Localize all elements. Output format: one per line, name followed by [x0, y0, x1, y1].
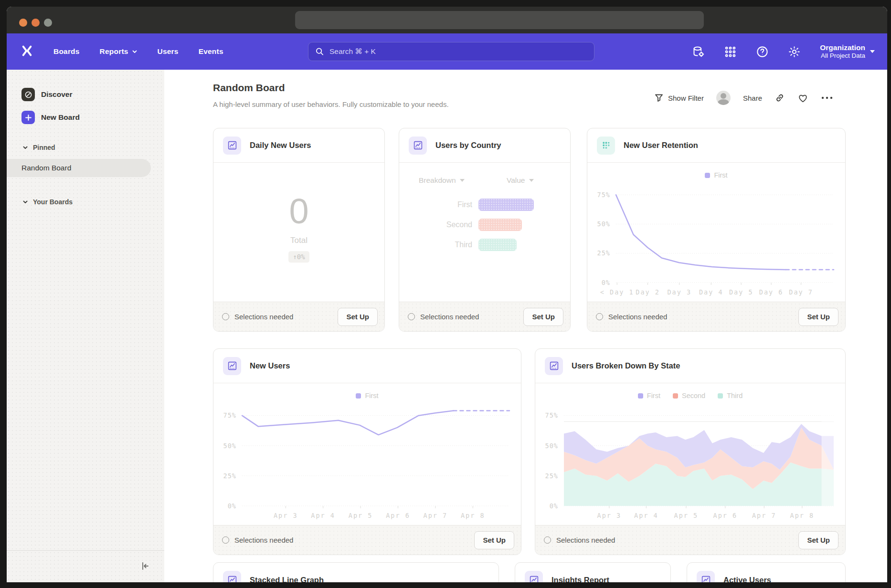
- copy-link-button[interactable]: [774, 93, 785, 103]
- filter-funnel-icon: [654, 93, 664, 103]
- data-management-icon[interactable]: [692, 45, 705, 58]
- global-search[interactable]: [308, 42, 594, 61]
- value-bar: [478, 239, 517, 251]
- svg-text:Apr 7: Apr 7: [424, 512, 448, 519]
- show-filter-button[interactable]: Show Filter: [654, 93, 704, 103]
- discover-compass-icon: [21, 88, 35, 101]
- window-controls[interactable]: [19, 19, 52, 27]
- svg-text:0%: 0%: [602, 279, 610, 286]
- browser-window: Boards Reports Users Events: [7, 7, 887, 582]
- set-up-button[interactable]: Set Up: [523, 308, 563, 326]
- avatar[interactable]: [716, 91, 731, 105]
- metric-label: Total: [213, 236, 384, 245]
- board-toolbar: Show Filter Share: [654, 91, 833, 105]
- chevron-down-icon: [132, 49, 138, 54]
- nav-item-reports[interactable]: Reports: [100, 47, 138, 56]
- table-row: Second: [399, 219, 522, 231]
- legend-swatch: [705, 173, 710, 178]
- svg-text:25%: 25%: [597, 249, 610, 257]
- status-circle-icon: [596, 313, 603, 320]
- card-title: Users Broken Down By State: [572, 361, 680, 370]
- address-bar[interactable]: [295, 11, 704, 29]
- sidebar-item-random-board[interactable]: Random Board: [7, 159, 151, 177]
- svg-text:Apr 3: Apr 3: [274, 512, 298, 519]
- svg-text:75%: 75%: [223, 411, 236, 419]
- sidebar-section-pinned[interactable]: Pinned: [22, 144, 55, 151]
- svg-text:50%: 50%: [545, 442, 558, 450]
- svg-text:25%: 25%: [545, 472, 558, 480]
- metric-value: 0: [213, 194, 384, 229]
- heart-icon: [797, 93, 808, 104]
- card-new-user-retention: New User Retention First 75%50%25%0%< Da…: [587, 128, 846, 332]
- card-active-users: Active Users: [687, 562, 846, 582]
- top-nav: Boards Reports Users Events: [7, 33, 887, 70]
- zoom-window-button[interactable]: [44, 19, 52, 27]
- stacked-area-chart: 75%50%25%0%Apr 3Apr 4Apr 5Apr 6Apr 7Apr …: [535, 400, 845, 525]
- svg-text:Apr 5: Apr 5: [674, 512, 699, 519]
- svg-text:Apr 6: Apr 6: [713, 512, 738, 519]
- svg-text:Apr 7: Apr 7: [752, 512, 776, 519]
- favorite-button[interactable]: [797, 93, 808, 104]
- card-daily-new-users: Daily New Users 0 Total ↑0% Selections n…: [213, 128, 385, 332]
- sidebar-item-new-board[interactable]: New Board: [21, 111, 80, 124]
- line-chart-icon: [409, 136, 427, 155]
- table-row: Third: [399, 239, 517, 251]
- svg-text:75%: 75%: [545, 411, 558, 419]
- chevron-down-icon: [22, 145, 28, 150]
- set-up-button[interactable]: Set Up: [798, 531, 838, 549]
- status-text: Selections needed: [420, 313, 518, 321]
- card-users-by-state: Users Broken Down By State First Second …: [535, 348, 846, 555]
- more-options-button[interactable]: [821, 95, 833, 100]
- nav-item-users[interactable]: Users: [158, 47, 179, 56]
- nav-item-events[interactable]: Events: [199, 47, 223, 56]
- legend-swatch: [356, 393, 361, 399]
- svg-text:Apr 3: Apr 3: [597, 512, 622, 519]
- help-icon[interactable]: [756, 45, 769, 58]
- status-circle-icon: [408, 313, 415, 320]
- search-icon: [315, 47, 324, 56]
- sidebar-section-your-boards[interactable]: Your Boards: [22, 198, 73, 206]
- org-switcher[interactable]: Organization All Project Data: [820, 43, 875, 60]
- apps-grid-icon[interactable]: [724, 45, 737, 58]
- svg-text:< Day 1: < Day 1: [600, 288, 634, 296]
- metric-delta-badge: ↑0%: [288, 251, 309, 262]
- legend-swatch: [673, 393, 678, 399]
- board-main: Random Board A high-level summary of use…: [164, 70, 887, 582]
- card-title: Insights Report: [552, 576, 609, 583]
- new-users-line-chart: 75%50%25%0%Apr 3Apr 4Apr 5Apr 6Apr 7Apr …: [213, 400, 521, 525]
- status-text: Selections needed: [234, 313, 332, 321]
- svg-text:Apr 4: Apr 4: [634, 512, 658, 519]
- value-dropdown[interactable]: Value: [507, 176, 534, 185]
- retention-line-chart: 75%50%25%0%< Day 1Day 2Day 3Day 4Day 5Da…: [587, 180, 845, 302]
- search-input[interactable]: [329, 47, 587, 56]
- nav-right: Organization All Project Data: [692, 33, 875, 70]
- card-title: Daily New Users: [250, 141, 311, 150]
- breakdown-dropdown[interactable]: Breakdown: [419, 176, 465, 185]
- card-title: New Users: [250, 361, 290, 370]
- svg-text:Day 2: Day 2: [636, 288, 660, 296]
- status-circle-icon: [222, 313, 229, 320]
- mixpanel-logo-icon[interactable]: [21, 44, 33, 59]
- card-title: Stacked Line Graph: [250, 576, 324, 583]
- link-icon: [774, 93, 785, 103]
- card-stacked-line-graph: Stacked Line Graph: [213, 562, 499, 582]
- org-name: Organization: [820, 43, 865, 52]
- svg-text:Day 4: Day 4: [699, 288, 723, 296]
- set-up-button[interactable]: Set Up: [798, 308, 838, 326]
- status-circle-icon: [544, 536, 551, 544]
- svg-text:Apr 8: Apr 8: [461, 512, 485, 519]
- settings-gear-icon[interactable]: [788, 45, 801, 58]
- set-up-button[interactable]: Set Up: [338, 308, 378, 326]
- retention-dots-icon: [597, 136, 615, 155]
- collapse-sidebar-button[interactable]: [139, 560, 151, 574]
- set-up-button[interactable]: Set Up: [474, 531, 514, 549]
- nav-item-boards[interactable]: Boards: [53, 47, 80, 56]
- line-chart-icon: [545, 357, 563, 375]
- line-chart-icon: [223, 136, 241, 155]
- share-button[interactable]: Share: [743, 94, 762, 102]
- sidebar-item-discover[interactable]: Discover: [21, 88, 72, 101]
- close-window-button[interactable]: [19, 19, 27, 27]
- card-new-users: New Users First 75%50%25%0%Apr 3Apr 4Apr…: [213, 348, 521, 555]
- chart-legend: First Second Third: [535, 391, 845, 400]
- minimize-window-button[interactable]: [32, 19, 40, 27]
